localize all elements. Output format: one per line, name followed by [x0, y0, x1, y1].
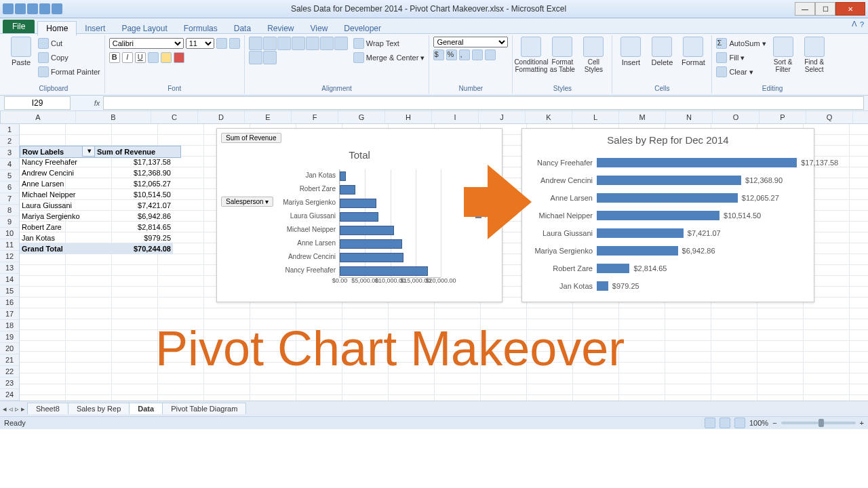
cell-styles-button[interactable]: Cell Styles — [579, 37, 608, 73]
sheet-tab[interactable]: Sales by Rep — [68, 403, 130, 414]
column-header[interactable]: B — [76, 111, 151, 123]
cell[interactable]: Grand Total — [20, 243, 105, 254]
cell[interactable]: $10,514.50 — [94, 189, 173, 200]
cell[interactable]: Michael Neipper — [20, 189, 105, 200]
row-header[interactable]: 11 — [0, 239, 19, 251]
cell[interactable]: $6,942.86 — [94, 211, 173, 222]
cells-area[interactable]: Sum of Revenue Salesperson ▾ Total Total… — [20, 124, 868, 401]
row-header[interactable]: 15 — [0, 285, 19, 297]
pivot-chart-before[interactable]: Sum of Revenue Salesperson ▾ Total Total… — [216, 128, 502, 302]
zoom-level[interactable]: 100% — [749, 419, 768, 427]
row-header[interactable]: 12 — [0, 251, 19, 262]
help-icon[interactable]: ? — [860, 20, 864, 28]
view-normal-icon[interactable] — [705, 418, 715, 428]
cut-button[interactable]: Cut — [38, 37, 100, 50]
align-center-icon[interactable] — [320, 37, 334, 50]
cell[interactable]: Laura Giussani — [20, 200, 105, 211]
fill-color-button[interactable] — [161, 52, 172, 63]
align-top-icon[interactable] — [249, 37, 262, 50]
zoom-out-button[interactable]: − — [772, 419, 776, 427]
tab-formulas[interactable]: Formulas — [176, 22, 226, 35]
cell[interactable]: Nancy Freehafer — [20, 157, 105, 167]
percent-icon[interactable]: % — [446, 49, 457, 60]
cell[interactable]: $12,368.90 — [94, 167, 173, 178]
column-header[interactable]: I — [432, 111, 479, 123]
row-header[interactable]: 3 — [0, 147, 19, 159]
column-header[interactable]: N — [666, 111, 713, 123]
tab-home[interactable]: Home — [37, 21, 77, 36]
conditional-formatting-button[interactable]: Conditional Formatting — [517, 37, 545, 73]
row-header[interactable]: 4 — [0, 159, 19, 170]
tab-data[interactable]: Data — [226, 22, 259, 35]
column-header[interactable]: H — [385, 111, 432, 123]
italic-button[interactable]: I — [122, 52, 133, 63]
sheet-tab[interactable]: Data — [129, 403, 163, 414]
font-color-button[interactable] — [174, 52, 184, 63]
merge-center-button[interactable]: Merge & Center ▾ — [353, 51, 425, 64]
fx-icon[interactable]: fx — [91, 99, 103, 107]
row-header[interactable]: 17 — [0, 308, 19, 320]
cell[interactable]: Andrew Cencini — [20, 167, 105, 178]
sheet-tab[interactable]: Sheet8 — [27, 403, 68, 414]
tab-developer[interactable]: Developer — [336, 22, 389, 35]
row-header[interactable]: 6 — [0, 182, 19, 193]
redo-icon[interactable] — [39, 3, 50, 14]
decrease-decimal-icon[interactable] — [485, 49, 496, 60]
field-button-values[interactable]: Sum of Revenue — [221, 133, 281, 143]
zoom-in-button[interactable]: + — [860, 419, 864, 427]
copy-button[interactable]: Copy — [38, 51, 100, 64]
format-as-table-button[interactable]: Format as Table — [548, 37, 576, 73]
row-header[interactable]: 13 — [0, 262, 19, 274]
align-left-icon[interactable] — [306, 37, 319, 50]
increase-indent-icon[interactable] — [263, 51, 277, 64]
arrow-shape[interactable] — [488, 165, 532, 239]
minimize-ribbon-icon[interactable]: ᐱ — [852, 20, 857, 28]
paste-button[interactable]: Paste — [7, 37, 35, 66]
tab-review[interactable]: Review — [259, 22, 302, 35]
row-header[interactable]: 19 — [0, 331, 19, 343]
column-header[interactable]: M — [619, 111, 666, 123]
bold-button[interactable]: B — [109, 52, 120, 63]
column-header[interactable]: L — [572, 111, 619, 123]
save-icon[interactable] — [15, 3, 26, 14]
column-header[interactable]: F — [292, 111, 338, 123]
worksheet-grid[interactable]: ABCDEFGHIJKLMNOPQR 123456789101112131415… — [0, 111, 868, 401]
fill-button[interactable]: Fill ▾ — [716, 51, 766, 64]
tab-page-layout[interactable]: Page Layout — [113, 22, 175, 35]
tab-view[interactable]: View — [302, 22, 336, 35]
row-header[interactable]: 18 — [0, 320, 19, 331]
minimize-button[interactable]: — — [795, 2, 815, 16]
font-name-select[interactable]: Calibri — [109, 38, 184, 49]
qat-more-icon[interactable] — [52, 3, 62, 14]
row-header[interactable]: 24 — [0, 389, 19, 401]
align-middle-icon[interactable] — [263, 37, 277, 50]
row-header[interactable]: 10 — [0, 228, 19, 239]
cell[interactable]: $2,814.65 — [94, 222, 173, 232]
border-button[interactable] — [148, 52, 159, 63]
insert-cells-button[interactable]: Insert — [616, 37, 645, 66]
underline-button[interactable]: U — [135, 52, 146, 63]
cell[interactable]: $7,421.07 — [94, 200, 173, 211]
column-header[interactable]: J — [479, 111, 526, 123]
clear-button[interactable]: Clear ▾ — [716, 65, 766, 79]
increase-decimal-icon[interactable] — [472, 49, 483, 60]
formula-bar[interactable] — [103, 96, 864, 110]
tab-insert[interactable]: Insert — [77, 22, 113, 35]
column-header[interactable]: A — [1, 111, 76, 123]
cell[interactable]: Anne Larsen — [20, 178, 105, 189]
sheet-tab[interactable]: Pivot Table Diagram — [162, 403, 246, 414]
cell[interactable]: Jan Kotas — [20, 232, 105, 243]
undo-icon[interactable] — [27, 3, 38, 14]
row-header[interactable]: 7 — [0, 193, 19, 205]
row-header[interactable]: 14 — [0, 274, 19, 285]
column-header[interactable]: C — [151, 111, 198, 123]
cell[interactable]: $12,065.27 — [94, 178, 173, 189]
row-header[interactable]: 22 — [0, 366, 19, 378]
column-header[interactable]: O — [713, 111, 760, 123]
column-header[interactable]: E — [245, 111, 292, 123]
orientation-icon[interactable] — [292, 37, 305, 50]
cell[interactable]: Mariya Sergienko — [20, 211, 105, 222]
close-button[interactable]: ✕ — [835, 2, 865, 16]
cell[interactable]: Robert Zare — [20, 222, 105, 232]
row-header[interactable]: 5 — [0, 170, 19, 182]
